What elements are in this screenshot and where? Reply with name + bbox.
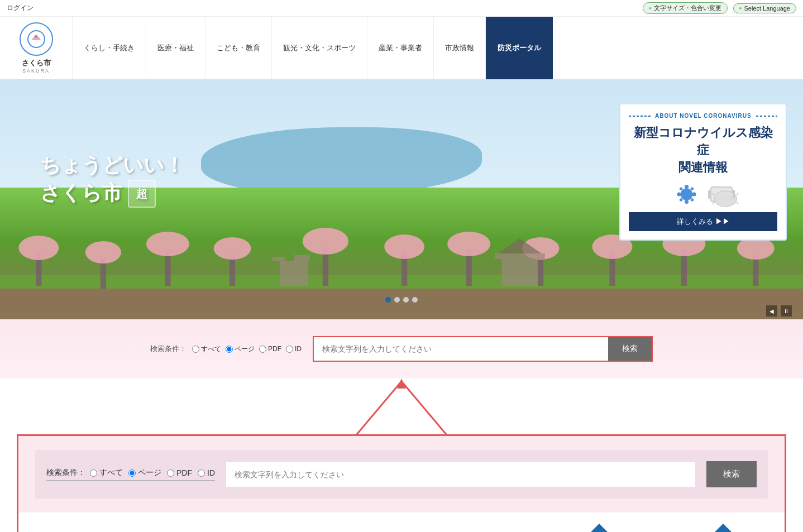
svg-point-19 xyxy=(303,228,348,255)
zoom-conditions: 検索条件： すべて ページ PDF xyxy=(46,468,215,481)
disaster-portal-button[interactable]: 防災ポータル xyxy=(486,17,553,79)
corona-card-header: ABOUT NOVEL CORONAVIRUS xyxy=(629,113,777,119)
svg-rect-27 xyxy=(273,257,285,261)
zoom-radio-pdf[interactable]: PDF xyxy=(167,468,192,477)
svg-line-48 xyxy=(357,381,401,434)
nav-item-industry[interactable]: 産業・事業者 xyxy=(367,17,434,79)
zoom-search-container: 検索条件： すべて ページ PDF xyxy=(35,450,768,499)
slide-dot-1[interactable] xyxy=(385,297,391,303)
svg-point-35 xyxy=(677,192,681,196)
nav-item-city[interactable]: 市政情報 xyxy=(434,17,486,79)
zoom-search-input[interactable] xyxy=(226,462,695,487)
login-link[interactable]: ログイン xyxy=(7,3,34,13)
top-bar: ログイン 文字サイズ・色合い変更 Select Language xyxy=(0,0,803,17)
svg-point-32 xyxy=(680,188,692,200)
corona-header-label: ABOUT NOVEL CORONAVIRUS xyxy=(655,113,752,119)
keyword-tooltip-wrap: キーワードを入力 xyxy=(542,524,656,532)
corona-icons xyxy=(629,181,777,207)
corona-card: ABOUT NOVEL CORONAVIRUS 新型コロナウイルス感染症 関連情… xyxy=(619,103,787,241)
zoom-radio-id[interactable]: ID xyxy=(198,468,215,477)
nav-item-tourism[interactable]: 観光・文化・スポーツ xyxy=(272,17,367,79)
search-button[interactable]: 検索 xyxy=(608,337,652,361)
slide-dot-2[interactable] xyxy=(394,297,400,303)
svg-rect-2 xyxy=(0,286,803,319)
corona-title: 新型コロナウイルス感染症 関連情報 xyxy=(629,124,777,176)
svg-line-43 xyxy=(713,202,714,204)
svg-point-41 xyxy=(714,191,737,207)
zoom-conditions-label: 検索条件： xyxy=(46,468,85,478)
search-input[interactable] xyxy=(314,337,608,361)
nav-item-life[interactable]: くらし・手続き xyxy=(73,17,146,79)
svg-line-45 xyxy=(737,202,738,204)
zoom-search-button[interactable]: 検索 xyxy=(706,461,757,487)
svg-point-17 xyxy=(146,232,189,256)
svg-point-34 xyxy=(685,200,689,204)
nav-area: くらし・手続き 医療・福祉 こども・教育 観光・文化・スポーツ 産業・事業者 市… xyxy=(73,17,803,79)
hero-text-line1: ちょうどいい！ xyxy=(40,151,184,179)
svg-point-33 xyxy=(685,185,689,189)
slide-dot-4[interactable] xyxy=(412,297,418,303)
click-tooltip-wrap: クリック xyxy=(678,524,768,532)
slide-dot-3[interactable] xyxy=(403,297,409,303)
annotation-area xyxy=(0,378,803,434)
zoom-radio-page[interactable]: ページ xyxy=(128,468,161,478)
slide-prev-button[interactable]: ◀ xyxy=(766,305,777,317)
svg-rect-11 xyxy=(538,255,543,286)
svg-rect-28 xyxy=(294,255,309,262)
svg-point-16 xyxy=(85,241,121,263)
svg-point-36 xyxy=(692,192,696,196)
logo-icon xyxy=(20,22,53,56)
corona-lines-right xyxy=(756,116,778,117)
logo-text-en: SAKURA xyxy=(22,68,50,74)
nav-item-medical[interactable]: 医療・福祉 xyxy=(146,17,205,79)
slide-dots xyxy=(385,297,418,303)
zoom-section: 検索条件： すべて ページ PDF xyxy=(17,434,786,532)
logo-text: さくら市 xyxy=(22,58,51,68)
radio-pdf[interactable]: PDF xyxy=(259,345,281,353)
svg-point-39 xyxy=(680,198,682,201)
svg-point-40 xyxy=(690,198,693,201)
hero-water xyxy=(201,127,482,194)
tooltip-row: キーワードを入力 クリック xyxy=(18,512,785,532)
svg-rect-29 xyxy=(502,258,538,286)
hero-section: ちょうどいい！ さくら市 超 ABOUT NOVEL CORONAVIRUS 新… xyxy=(0,79,803,319)
slide-pause-button[interactable]: ⏸ xyxy=(781,305,792,317)
annotation-arrows xyxy=(290,378,513,434)
corona-detail-button[interactable]: 詳しくみる ▶▶ xyxy=(629,212,777,231)
svg-marker-50 xyxy=(397,378,406,389)
svg-point-15 xyxy=(18,236,59,260)
search-conditions: 検索条件： すべて ページ PDF ID xyxy=(150,344,302,354)
search-box-wrapper: 検索 xyxy=(313,336,653,362)
svg-point-1 xyxy=(35,35,38,38)
zoom-radio-all[interactable]: すべて xyxy=(90,468,123,478)
conditions-label: 検索条件： xyxy=(150,344,187,354)
header: さくら市 SAKURA くらし・手続き 医療・福祉 こども・教育 観光・文化・ス… xyxy=(0,17,803,79)
font-size-button[interactable]: 文字サイズ・色合い変更 xyxy=(643,2,728,14)
slide-controls: ◀ ⏸ xyxy=(766,305,792,317)
search-section: 検索条件： すべて ページ PDF ID xyxy=(0,319,803,378)
svg-line-44 xyxy=(737,193,738,195)
radio-all[interactable]: すべて xyxy=(192,344,221,354)
virus-icon xyxy=(674,181,699,207)
keyword-arrow xyxy=(582,524,616,532)
radio-group: すべて ページ PDF ID xyxy=(192,344,302,354)
svg-point-38 xyxy=(690,187,693,190)
nav-item-children[interactable]: こども・教育 xyxy=(205,17,272,79)
radio-page[interactable]: ページ xyxy=(226,344,255,354)
svg-point-21 xyxy=(447,232,490,256)
svg-rect-26 xyxy=(280,261,308,286)
logo-area: さくら市 SAKURA xyxy=(0,17,73,79)
mask-icon xyxy=(710,186,733,202)
svg-line-49 xyxy=(401,381,446,434)
hero-text: ちょうどいい！ さくら市 超 xyxy=(40,151,184,208)
radio-id[interactable]: ID xyxy=(286,345,302,353)
city-badge-icon: 超 xyxy=(128,180,156,208)
language-button[interactable]: Select Language xyxy=(733,3,796,13)
zoom-inner: 検索条件： すべて ページ PDF xyxy=(18,436,785,512)
hero-text-line2: さくら市 超 xyxy=(40,179,184,207)
svg-rect-30 xyxy=(495,253,545,259)
search-container: 検索条件： すべて ページ PDF ID xyxy=(150,336,653,362)
svg-point-20 xyxy=(384,234,424,259)
svg-point-37 xyxy=(680,187,682,190)
svg-rect-14 xyxy=(753,255,758,286)
